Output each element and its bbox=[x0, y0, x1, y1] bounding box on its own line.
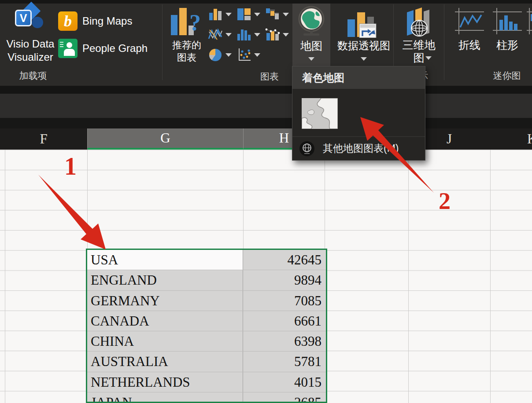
table-row[interactable]: AUSTRALIA 5781 bbox=[87, 352, 326, 372]
country-cell[interactable]: CANADA bbox=[87, 311, 243, 331]
insert-line-chart-button[interactable] bbox=[208, 27, 232, 42]
mini-globe-icon bbox=[299, 141, 315, 157]
insert-waterfall-chart-button[interactable] bbox=[265, 7, 289, 22]
column-header-f[interactable]: F bbox=[0, 128, 87, 150]
ribbon-top-edge bbox=[0, 0, 532, 4]
pivotchart-icon bbox=[346, 5, 380, 38]
formula-bar-area[interactable] bbox=[0, 94, 532, 118]
filled-map-section-header: 着色地图 bbox=[292, 66, 425, 89]
chevron-down-icon bbox=[361, 57, 367, 61]
insert-scatter-chart-button[interactable] bbox=[236, 48, 260, 62]
recommended-label-line1: 推荐的 bbox=[167, 39, 206, 52]
person-body-shape bbox=[64, 49, 75, 56]
chevron-down-icon[interactable] bbox=[225, 33, 232, 37]
table-row[interactable]: JAPAN 2685 bbox=[87, 392, 326, 403]
value-cell[interactable]: 7085 bbox=[243, 291, 326, 311]
chevron-down-icon[interactable] bbox=[283, 13, 289, 16]
value-cell[interactable]: 9894 bbox=[243, 270, 326, 290]
sparkline-column-button[interactable]: 柱形 bbox=[491, 5, 524, 60]
visio-icon: V bbox=[13, 4, 48, 36]
country-cell[interactable]: ENGLAND bbox=[87, 270, 243, 290]
ribbon-group-separator bbox=[444, 4, 444, 80]
table-row[interactable]: ENGLAND 9894 bbox=[87, 270, 326, 290]
pivotchart-button[interactable]: 数据透视图 bbox=[333, 4, 395, 67]
recommended-charts-icon: ? bbox=[170, 6, 204, 38]
chevron-down-icon[interactable] bbox=[225, 13, 232, 16]
insert-pie-chart-button[interactable] bbox=[208, 48, 232, 62]
map-chart-dropdown: 着色地图 其他地图图表(M) bbox=[292, 66, 425, 161]
chevron-down-icon[interactable] bbox=[254, 33, 260, 37]
chevron-down-icon bbox=[308, 57, 314, 61]
chevron-down-icon[interactable] bbox=[283, 33, 289, 37]
map-3d-label: 三维地图 bbox=[401, 39, 437, 64]
insert-hierarchy-chart-button[interactable] bbox=[236, 7, 260, 22]
visio-circle-shape bbox=[32, 17, 43, 28]
table-row[interactable]: CHINA 6398 bbox=[87, 331, 326, 352]
bing-maps-label: Bing Maps bbox=[82, 15, 132, 27]
country-cell[interactable]: JAPAN bbox=[87, 392, 243, 403]
sparkline-line-icon bbox=[455, 8, 484, 34]
addins-group-label: 加载项 bbox=[7, 70, 59, 82]
charts-group-label: 图表 bbox=[252, 70, 287, 83]
combo-chart-icon bbox=[265, 27, 280, 42]
chevron-down-icon[interactable] bbox=[254, 53, 260, 57]
column-header-g[interactable]: G bbox=[87, 128, 243, 150]
table-row[interactable]: GERMANY 7085 bbox=[87, 291, 326, 311]
chevron-down-icon[interactable] bbox=[254, 13, 260, 16]
map-button-label: 地图 bbox=[292, 39, 330, 53]
treemap-chart-icon bbox=[236, 7, 251, 22]
recommended-charts-button[interactable]: ? 推荐的 图表 bbox=[167, 4, 206, 67]
sparklines-group-label: 迷你图 bbox=[484, 70, 529, 82]
person-head-shape bbox=[66, 42, 72, 48]
map-3d-icon bbox=[404, 6, 434, 38]
value-cell[interactable]: 4015 bbox=[243, 372, 326, 392]
bing-letter: b bbox=[64, 13, 72, 29]
visio-data-visualizer-button[interactable]: V Visio Data Visualizer bbox=[4, 4, 56, 66]
pivotchart-label: 数据透视图 bbox=[333, 39, 395, 53]
more-map-charts-item[interactable]: 其他地图图表(M) bbox=[292, 136, 425, 160]
column-chart-icon bbox=[208, 7, 223, 22]
more-map-charts-label: 其他地图图表(M) bbox=[323, 142, 399, 155]
table-row[interactable]: CANADA 6661 bbox=[87, 311, 326, 331]
visio-label-line2: Visualizer bbox=[2, 51, 59, 63]
insert-statistic-chart-button[interactable] bbox=[236, 27, 260, 42]
scatter-chart-icon bbox=[236, 48, 251, 62]
visio-letter: V bbox=[15, 10, 32, 26]
country-cell[interactable]: USA bbox=[87, 250, 243, 270]
visio-label-line1: Visio Data bbox=[2, 38, 59, 50]
value-cell[interactable]: 6661 bbox=[243, 311, 326, 331]
line-chart-icon bbox=[208, 27, 223, 42]
waterfall-chart-icon bbox=[265, 7, 280, 22]
value-cell[interactable]: 5781 bbox=[243, 352, 326, 371]
ribbon-bottom-strip bbox=[0, 86, 532, 94]
country-cell[interactable]: GERMANY bbox=[87, 291, 243, 311]
pie-chart-icon bbox=[208, 48, 223, 62]
sparkline-line-label: 折线 bbox=[453, 38, 486, 52]
value-cell[interactable]: 6398 bbox=[243, 331, 326, 351]
value-cell[interactable]: 42645 bbox=[243, 250, 326, 270]
people-graph-label: People Graph bbox=[82, 42, 148, 55]
country-cell[interactable]: NETHERLANDS bbox=[87, 372, 243, 392]
country-cell[interactable]: CHINA bbox=[87, 331, 243, 351]
question-mark-glyph: ? bbox=[189, 10, 201, 36]
filled-map-thumbnail[interactable] bbox=[302, 98, 338, 129]
map-chart-button[interactable]: 地图 bbox=[292, 4, 330, 67]
bing-maps-button[interactable]: b Bing Maps bbox=[58, 10, 146, 33]
column-header-k[interactable]: K bbox=[490, 128, 532, 150]
chevron-down-icon bbox=[425, 56, 432, 60]
histogram-chart-icon bbox=[236, 27, 251, 42]
chevron-down-icon[interactable] bbox=[225, 53, 232, 57]
table-row[interactable]: NETHERLANDS 4015 bbox=[87, 372, 326, 392]
step-2-number: 2 bbox=[439, 187, 451, 215]
header-top-strip bbox=[0, 118, 532, 128]
country-cell[interactable]: AUSTRALIA bbox=[87, 352, 243, 371]
people-graph-button[interactable]: People Graph bbox=[58, 37, 155, 60]
selected-data-range[interactable]: USA 42645 ENGLAND 9894 GERMANY 7085 CANA… bbox=[86, 249, 327, 403]
table-row[interactable]: USA 42645 bbox=[87, 250, 326, 270]
map-3d-button[interactable]: 三维地图 bbox=[395, 4, 442, 67]
ribbon-group-separator bbox=[162, 4, 163, 80]
insert-combo-chart-button[interactable] bbox=[265, 27, 289, 42]
value-cell[interactable]: 2685 bbox=[243, 392, 326, 403]
insert-column-chart-button[interactable] bbox=[208, 7, 232, 22]
sparkline-line-button[interactable]: 折线 bbox=[453, 5, 486, 60]
